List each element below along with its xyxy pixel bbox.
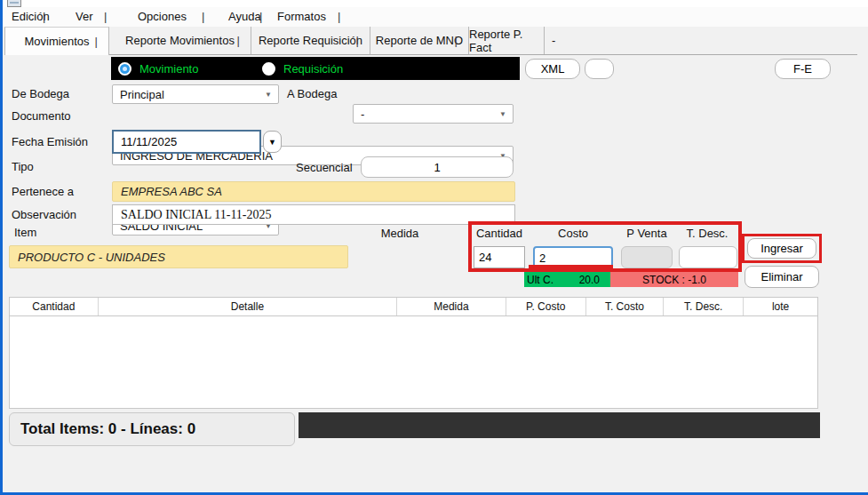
stock-strip: STOCK : -1.0	[610, 272, 738, 287]
header-cantidad[interactable]: Cantidad	[10, 298, 99, 315]
menu-formatos[interactable]: Formatos	[277, 7, 326, 27]
ingresar-button[interactable]: Ingresar	[747, 238, 816, 259]
movimiento-radio-label: Movimiento	[139, 62, 198, 76]
pertenece-value: EMPRESA ABC SA	[121, 185, 222, 198]
ult-costo-value: 20.0	[579, 274, 600, 286]
items-table-body[interactable]	[10, 316, 817, 408]
t-desc-label: T. Desc.	[677, 227, 737, 240]
eliminar-button[interactable]: Eliminar	[745, 266, 819, 288]
pertenece-label: Pertenece a	[12, 181, 74, 202]
app-window: Edición | Ver | Opciones | Ayuda | Forma…	[0, 0, 868, 495]
item-label: Item	[14, 226, 36, 239]
menu-bar: Edición | Ver | Opciones | Ayuda | Forma…	[3, 7, 868, 27]
secuencial-value: 1	[434, 161, 440, 174]
fe-button[interactable]: F-E	[775, 59, 831, 79]
a-bodega-label: A Bodega	[287, 84, 337, 104]
tab-reporte-p-fact[interactable]: Reporte P. Fact	[469, 27, 545, 54]
movimiento-radio[interactable]: Movimiento	[118, 62, 198, 76]
fecha-emision-field[interactable]: 11/11/2025	[112, 130, 261, 154]
tab-movimientos[interactable]: Movimientos |	[4, 27, 109, 55]
medida-label: Medida	[373, 227, 426, 240]
tabbar-underline	[4, 54, 857, 55]
requisicion-radio[interactable]: Requisición	[262, 62, 343, 76]
costo-highlight-underline	[529, 265, 613, 272]
header-detalle[interactable]: Detalle	[99, 298, 397, 315]
stock-value: STOCK : -1.0	[642, 274, 706, 286]
item-field[interactable]: PRODUCTO C - UNIDADES	[9, 245, 348, 268]
item-value: PRODUCTO C - UNIDADES	[18, 251, 165, 264]
blank-button[interactable]	[585, 59, 614, 79]
chevron-down-icon: ▼	[265, 91, 272, 99]
documento-label: Documento	[12, 107, 70, 126]
fecha-dropdown-button[interactable]: ▼	[263, 131, 282, 153]
chevron-down-icon: ▼	[499, 110, 506, 118]
header-t-desc[interactable]: T. Desc.	[664, 298, 744, 315]
tab-bar: Movimientos | Reporte Movimientos | Repo…	[3, 27, 868, 55]
tab-label: -	[552, 34, 555, 47]
tab-separator: |	[237, 34, 240, 47]
tab-separator: |	[95, 35, 98, 48]
de-bodega-label: De Bodega	[12, 84, 69, 104]
observacion-field[interactable]: SALDO INICIAL 11-11-2025	[112, 204, 515, 225]
tab-dash[interactable]: -	[545, 27, 616, 54]
tab-label: Reporte Movimientos	[125, 34, 235, 47]
cantidad-label: Cantidad	[474, 227, 525, 240]
header-lote[interactable]: lote	[744, 298, 817, 315]
tab-reporte-movimientos[interactable]: Reporte Movimientos |	[109, 27, 251, 54]
tab-reporte-requisicion[interactable]: Reporte Requisición |	[251, 27, 370, 54]
radio-selected-icon	[118, 62, 131, 76]
t-desc-input[interactable]	[679, 246, 737, 268]
menu-separator: |	[104, 7, 107, 27]
de-bodega-select[interactable]: Principal ▼	[112, 84, 279, 104]
top-strip	[3, 0, 868, 7]
tab-label: Movimientos	[25, 35, 90, 48]
cantidad-input[interactable]	[474, 246, 525, 268]
totals-box: Total Items: 0 - Líneas: 0	[9, 412, 295, 446]
a-bodega-value: -	[361, 108, 364, 121]
window-icon	[7, 0, 21, 7]
fecha-emision-value: 11/11/2025	[121, 135, 177, 148]
ult-costo-label: Ult C.	[527, 274, 553, 286]
p-venta-label: P Venta	[620, 227, 673, 240]
ult-costo-strip: Ult C. 20.0	[524, 272, 610, 287]
mode-bar: Movimiento Requisición	[111, 57, 520, 80]
costo-label: Costo	[533, 227, 613, 240]
requisicion-radio-label: Requisición	[283, 62, 343, 76]
pertenece-field[interactable]: EMPRESA ABC SA	[112, 181, 515, 202]
menu-opciones[interactable]: Opciones	[138, 7, 187, 27]
a-bodega-select[interactable]: - ▼	[353, 104, 514, 124]
tab-label: Reporte de MNO	[376, 34, 463, 47]
menu-separator: |	[202, 7, 204, 27]
xml-button[interactable]: XML	[525, 59, 580, 79]
tipo-label: Tipo	[12, 157, 34, 177]
footer-dark-bar	[299, 412, 820, 438]
header-t-costo[interactable]: T. Costo	[586, 298, 665, 315]
tab-label: Reporte Requisición	[259, 34, 362, 47]
tab-separator: |	[356, 34, 359, 47]
p-venta-input[interactable]	[621, 246, 673, 268]
radio-unselected-icon	[262, 62, 275, 76]
menu-ver[interactable]: Ver	[76, 7, 93, 27]
tab-reporte-mno[interactable]: Reporte de MNO |	[370, 27, 469, 54]
menu-ayuda[interactable]: Ayuda	[228, 7, 261, 27]
items-table-header: Cantidad Detalle Medida P. Costo T. Cost…	[10, 298, 817, 316]
menu-separator: |	[259, 7, 262, 27]
header-p-costo[interactable]: P. Costo	[506, 298, 586, 315]
menu-separator: |	[338, 7, 340, 27]
window-border-left	[0, 0, 3, 495]
chevron-down-icon: ▼	[268, 138, 276, 147]
totals-text: Total Items: 0 - Líneas: 0	[20, 420, 195, 438]
fecha-emision-label: Fecha Emisión	[12, 130, 88, 154]
menu-separator: |	[43, 7, 45, 27]
header-medida[interactable]: Medida	[397, 298, 506, 315]
observacion-label: Observación	[12, 204, 76, 225]
observacion-value: SALDO INICIAL 11-11-2025	[121, 208, 272, 222]
items-table: Cantidad Detalle Medida P. Costo T. Cost…	[9, 297, 818, 409]
tab-separator: |	[455, 34, 458, 47]
de-bodega-value: Principal	[120, 88, 164, 101]
secuencial-label: Secuencial	[296, 157, 353, 179]
secuencial-field[interactable]: 1	[361, 156, 514, 178]
tab-label: Reporte P. Fact	[469, 28, 544, 54]
